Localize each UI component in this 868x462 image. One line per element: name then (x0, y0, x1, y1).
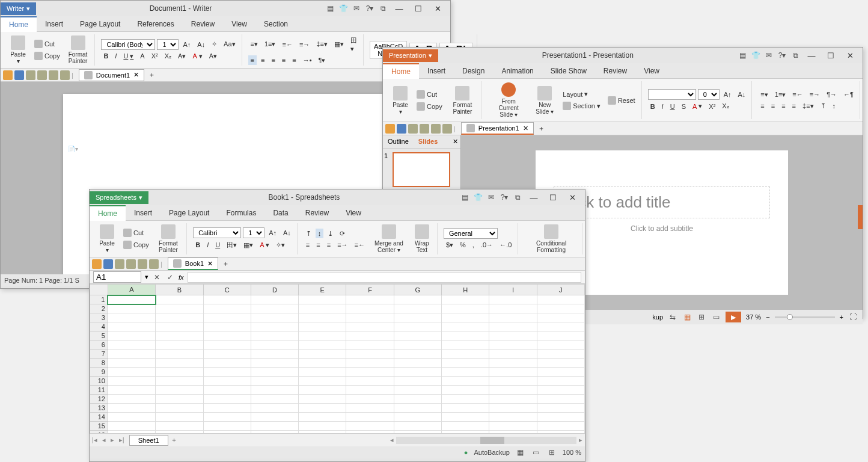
menu-page-layout[interactable]: Page Layout (72, 17, 129, 31)
cell[interactable] (251, 413, 298, 422)
cell[interactable] (442, 359, 489, 368)
cell[interactable] (108, 340, 155, 350)
skin-icon[interactable]: ▤ (738, 51, 747, 60)
cell[interactable] (394, 322, 441, 331)
row-header[interactable]: 4 (90, 322, 108, 331)
cell[interactable] (299, 359, 346, 368)
cell[interactable] (394, 340, 441, 350)
indent-button[interactable]: ≡→ (335, 240, 350, 250)
cell[interactable] (156, 322, 203, 331)
highlight-button[interactable]: A▾ (176, 51, 188, 61)
cell[interactable] (203, 359, 251, 368)
cell[interactable] (394, 404, 441, 413)
close-button[interactable]: ✕ (430, 2, 445, 14)
maximize-button[interactable]: ☐ (411, 2, 426, 14)
cell[interactable] (346, 350, 394, 359)
new-tab-button[interactable]: ＋ (220, 258, 231, 270)
indent-button[interactable]: ≡→ (807, 90, 822, 99)
sheet-tab[interactable]: Sheet1 (129, 435, 168, 446)
cell[interactable] (156, 377, 203, 386)
pres-doctab[interactable]: Presentation1✕ (461, 122, 534, 135)
normal-view-icon[interactable]: ▦ (682, 312, 692, 322)
shirt-icon[interactable]: 👕 (473, 192, 483, 202)
cell[interactable] (537, 340, 584, 350)
from-current-button[interactable]: From Current Slide ▾ (488, 81, 529, 119)
task-pane-handle[interactable] (858, 205, 863, 229)
cell[interactable] (203, 413, 251, 422)
cell[interactable] (346, 304, 394, 313)
paste-button[interactable]: Paste ▾ (389, 85, 412, 116)
minimize-button[interactable]: — (391, 2, 407, 14)
last-sheet-button[interactable]: ▸| (117, 436, 127, 444)
cell[interactable] (156, 340, 203, 350)
cell[interactable] (537, 322, 584, 331)
cell[interactable] (299, 422, 346, 431)
open-icon[interactable] (92, 259, 102, 269)
bullets-button[interactable]: ≡▾ (758, 90, 770, 100)
row-header[interactable]: 7 (90, 350, 108, 359)
save-icon[interactable] (14, 70, 24, 80)
close-tab-icon[interactable]: ✕ (133, 71, 139, 79)
row-header[interactable]: 13 (90, 404, 108, 413)
cell[interactable] (108, 313, 155, 322)
cell[interactable] (346, 377, 394, 386)
dec-dec-button[interactable]: ←.0 (497, 240, 514, 250)
cell[interactable] (203, 322, 251, 331)
cancel-icon[interactable]: ✕ (152, 273, 162, 282)
cut-button[interactable]: Cut (414, 89, 445, 100)
cell[interactable] (489, 377, 537, 386)
cell[interactable] (537, 395, 584, 404)
cell[interactable] (442, 368, 489, 377)
undo-icon[interactable] (138, 259, 147, 269)
conditional-format-button[interactable]: Conditional Formatting (524, 223, 578, 254)
new-tab-button[interactable]: ＋ (536, 123, 547, 134)
italic-button[interactable]: I (659, 102, 666, 111)
comma-button[interactable]: , (470, 240, 477, 250)
menu-animation[interactable]: Animation (493, 64, 542, 78)
feedback-icon[interactable]: ✉ (764, 51, 774, 60)
shirt-icon[interactable]: 👕 (338, 4, 348, 13)
cell[interactable] (251, 304, 298, 313)
strike-button[interactable]: A (138, 51, 147, 61)
cell[interactable] (489, 350, 537, 359)
row-header[interactable]: 12 (90, 395, 108, 404)
align-center-button[interactable]: ≡ (769, 101, 777, 111)
cell[interactable] (537, 386, 584, 395)
close-button[interactable]: ✕ (564, 191, 580, 203)
menu-design[interactable]: Design (454, 64, 493, 78)
save-icon[interactable] (397, 124, 406, 134)
cell[interactable] (489, 422, 537, 431)
subtitle-placeholder[interactable]: Click to add subtitle (554, 224, 770, 233)
cell[interactable] (442, 377, 489, 386)
print-preview-icon[interactable] (126, 259, 136, 269)
cell[interactable] (442, 350, 489, 359)
cell[interactable] (346, 395, 394, 404)
redo-icon[interactable] (442, 124, 452, 134)
cell[interactable] (108, 304, 155, 313)
subscript-button[interactable]: X₂ (720, 101, 731, 111)
col-header[interactable]: H (442, 285, 489, 295)
superscript-button[interactable]: X² (149, 51, 160, 61)
cell[interactable] (537, 422, 584, 431)
name-dropdown-icon[interactable]: ▾ (145, 273, 148, 281)
close-pane-icon[interactable]: ✕ (450, 135, 460, 148)
row-header[interactable]: 3 (90, 313, 108, 322)
close-tab-icon[interactable]: ✕ (523, 125, 528, 132)
cell[interactable] (394, 331, 441, 340)
cell[interactable] (537, 331, 584, 340)
cell[interactable] (251, 340, 298, 350)
menu-home[interactable]: Home (90, 205, 126, 221)
cell[interactable] (299, 295, 346, 304)
menu-view[interactable]: View (223, 17, 255, 31)
cell[interactable] (203, 404, 251, 413)
new-slide-button[interactable]: New Slide ▾ (531, 85, 558, 116)
row-header[interactable]: 10 (90, 377, 108, 386)
indent-button[interactable]: ≡→ (297, 40, 312, 49)
restore-icon[interactable]: ⧉ (378, 4, 388, 13)
cell[interactable] (489, 304, 537, 313)
bold-button[interactable]: B (648, 102, 658, 111)
fill-button[interactable]: ▦▾ (241, 240, 255, 250)
paste-button[interactable]: Paste ▾ (7, 34, 29, 66)
justify-button[interactable]: ≡ (280, 55, 288, 65)
row-header[interactable]: 9 (90, 368, 108, 377)
